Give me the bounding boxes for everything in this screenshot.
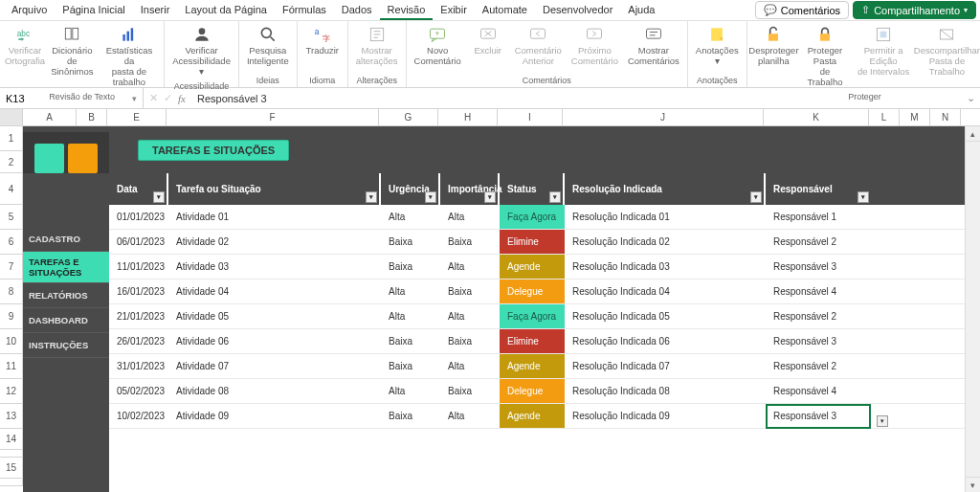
cell-resp[interactable]: Responsável 2: [766, 230, 871, 254]
cell-status[interactable]: Faça Agora: [500, 205, 565, 229]
cell-resp[interactable]: Responsável 2: [766, 304, 871, 328]
sidebar-item-relatórios[interactable]: RELATÓRIOS: [23, 283, 109, 308]
col-data[interactable]: Data▾: [109, 173, 168, 205]
tarefas-situacoes-button[interactable]: TAREFAS E SITUAÇÕES: [138, 140, 289, 161]
scroll-down-icon[interactable]: ▾: [966, 477, 980, 492]
row-header-11[interactable]: 11: [0, 354, 23, 379]
fx-icon[interactable]: fx: [178, 93, 186, 104]
cell-urg[interactable]: Alta: [381, 280, 440, 303]
cell-imp[interactable]: Alta: [440, 205, 500, 229]
row-header-13[interactable]: 13: [0, 404, 23, 429]
cell-imp[interactable]: Baixa: [440, 329, 500, 353]
cell-data[interactable]: 31/01/2023: [109, 354, 168, 378]
cell-resol[interactable]: Resolução Indicada 02: [565, 230, 766, 254]
compartilhamento-button[interactable]: ⇧ Compartilhamento ▾: [853, 1, 976, 19]
comentarios-button[interactable]: 💬 Comentários: [755, 1, 849, 19]
menu-automate[interactable]: Automate: [475, 1, 535, 20]
cell-urg[interactable]: Alta: [381, 205, 440, 229]
col-header-H[interactable]: H: [438, 109, 498, 125]
cell-tarefa[interactable]: Atividade 06: [168, 329, 381, 353]
sheet[interactable]: TAREFAS E SITUAÇÕES CADASTROTAREFAS E SI…: [23, 126, 980, 492]
cell-urg[interactable]: Alta: [381, 304, 440, 328]
row-header-7[interactable]: 7: [0, 255, 23, 280]
table-row[interactable]: 21/01/2023Atividade 05AltaAltaFaça Agora…: [109, 304, 980, 329]
cell-tarefa[interactable]: Atividade 03: [168, 255, 381, 279]
row-header-2[interactable]: 2: [0, 151, 23, 173]
cell-tarefa[interactable]: Atividade 01: [168, 205, 381, 229]
ribbon-proteger-pasta-button[interactable]: Proteger Pastade Trabalho: [798, 23, 852, 90]
table-row[interactable]: 26/01/2023Atividade 06BaixaBaixaElimineR…: [109, 329, 980, 354]
sidebar-item-cadastro[interactable]: CADASTRO: [23, 227, 109, 252]
chevron-down-icon[interactable]: ▾: [132, 94, 137, 103]
col-header-A[interactable]: A: [23, 109, 77, 125]
cell-data[interactable]: 16/01/2023: [109, 280, 168, 303]
row-header-[interactable]: [0, 450, 23, 458]
cell-tarefa[interactable]: Atividade 07: [168, 354, 381, 378]
menu-fórmulas[interactable]: Fórmulas: [275, 1, 334, 20]
cell-imp[interactable]: Alta: [440, 304, 500, 328]
filter-dropdown-icon[interactable]: ▾: [425, 191, 436, 203]
cell-status[interactable]: Elimine: [500, 230, 565, 254]
col-header-F[interactable]: F: [167, 109, 379, 125]
scroll-up-icon[interactable]: ▴: [966, 126, 980, 142]
cell-imp[interactable]: Baixa: [440, 280, 500, 303]
filter-dropdown-icon[interactable]: ▾: [549, 191, 561, 203]
cell-tarefa[interactable]: Atividade 05: [168, 304, 381, 328]
cell-urg[interactable]: Baixa: [381, 255, 440, 279]
cell-data[interactable]: 21/01/2023: [109, 304, 168, 328]
col-header-I[interactable]: I: [498, 109, 563, 125]
cell-tarefa[interactable]: Atividade 08: [168, 379, 381, 403]
col-responsável[interactable]: Responsável▾: [766, 173, 871, 205]
cell-data[interactable]: 01/01/2023: [109, 205, 168, 229]
menu-ajuda[interactable]: Ajuda: [620, 1, 662, 20]
cell-resol[interactable]: Resolução Indicada 05: [565, 304, 766, 328]
menu-revisão[interactable]: Revisão: [380, 1, 434, 20]
name-box[interactable]: K13 ▾: [0, 88, 144, 108]
ribbon-desproteger-button[interactable]: Desprotegerplanilha: [751, 23, 796, 69]
cell-data[interactable]: 06/01/2023: [109, 230, 168, 254]
cell-resp[interactable]: Responsável 3: [766, 255, 871, 279]
cell-resp[interactable]: Responsável 2: [766, 354, 871, 378]
cell-resol[interactable]: Resolução Indicada 08: [565, 379, 766, 403]
filter-dropdown-icon[interactable]: ▾: [750, 191, 762, 203]
cell-resp[interactable]: Responsável 4: [766, 379, 871, 403]
menu-inserir[interactable]: Inserir: [133, 1, 178, 20]
cell-resp[interactable]: Responsável 3: [766, 329, 871, 353]
cell-status[interactable]: Faça Agora: [500, 304, 565, 328]
ribbon-mostrar-button[interactable]: MostrarComentários: [624, 23, 683, 69]
cell-status[interactable]: Agende: [500, 404, 565, 428]
row-header-9[interactable]: 9: [0, 304, 23, 329]
sidebar-item-tarefas-e-situações[interactable]: TAREFAS E SITUAÇÕES: [23, 252, 109, 283]
cell-status[interactable]: Delegue: [500, 280, 565, 303]
cell-imp[interactable]: Alta: [440, 404, 500, 428]
filter-dropdown-icon[interactable]: ▾: [366, 191, 377, 203]
table-row[interactable]: 10/02/2023Atividade 09BaixaAltaAgendeRes…: [109, 404, 980, 429]
fx-confirm-icon[interactable]: ✓: [164, 92, 172, 104]
row-header-14[interactable]: 14: [0, 429, 23, 450]
col-header-L[interactable]: L: [869, 109, 900, 125]
menu-desenvolvedor[interactable]: Desenvolvedor: [535, 1, 620, 20]
menu-arquivo[interactable]: Arquivo: [4, 1, 55, 20]
cell-data[interactable]: 26/01/2023: [109, 329, 168, 353]
cell-data[interactable]: 11/01/2023: [109, 255, 168, 279]
cell-resp[interactable]: Responsável 3: [766, 404, 871, 428]
sidebar-item-dashboard[interactable]: DASHBOARD: [23, 308, 109, 333]
cell-resol[interactable]: Resolução Indicada 07: [565, 354, 766, 378]
fx-cancel-icon[interactable]: ✕: [149, 92, 158, 104]
col-importância[interactable]: Importância▾: [440, 173, 500, 205]
cell-imp[interactable]: Baixa: [440, 230, 500, 254]
cell-status[interactable]: Elimine: [500, 329, 565, 353]
row-header-10[interactable]: 10: [0, 329, 23, 354]
cell-data[interactable]: 05/02/2023: [109, 379, 168, 403]
ribbon-pesquisa-button[interactable]: PesquisaInteligente: [243, 23, 293, 69]
cell-resol[interactable]: Resolução Indicada 01: [565, 205, 766, 229]
row-header-6[interactable]: 6: [0, 230, 23, 255]
cell-resol[interactable]: Resolução Indicada 06: [565, 329, 766, 353]
cell-resp[interactable]: Responsável 1: [766, 205, 871, 229]
row-header-12[interactable]: 12: [0, 379, 23, 404]
ribbon-anotações-▾-button[interactable]: Anotações ▾: [692, 23, 743, 69]
table-row[interactable]: 16/01/2023Atividade 04AltaBaixaDelegueRe…: [109, 280, 980, 304]
cell-status[interactable]: Agende: [500, 255, 565, 279]
menu-exibir[interactable]: Exibir: [433, 1, 475, 20]
cell-resol[interactable]: Resolução Indicada 04: [565, 280, 766, 303]
